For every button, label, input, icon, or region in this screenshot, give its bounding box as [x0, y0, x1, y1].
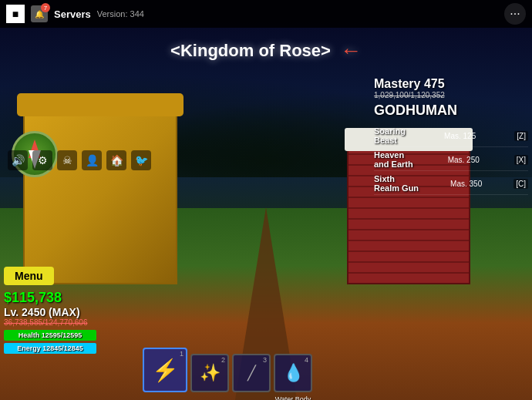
skill-name-2: Heavenand Earth — [374, 150, 413, 169]
skill-key-2: [X] — [514, 155, 528, 165]
health-text: Health 12595/12595 — [19, 331, 82, 339]
energy-bar: Energy 12845/12845 — [4, 343, 96, 354]
kingdom-label: <Kingdom of Rose> ← — [170, 39, 362, 63]
skill-key-1: [Z] — [514, 131, 528, 141]
item-icon-1: ⚡ — [152, 358, 179, 383]
skill-name-3: SixthRealm Gun — [374, 174, 419, 193]
health-bar-container: Health 12595/12595 Energy 12845/12845 — [4, 330, 96, 354]
menu-button[interactable]: Menu — [4, 267, 54, 285]
skill-mastery-2: Mas. 250 — [448, 156, 480, 164]
roblox-logo: ■ — [6, 5, 25, 23]
item-slot-3[interactable]: 3 ╱ — [232, 354, 271, 392]
item-slot-2[interactable]: 2 ✨ — [190, 354, 229, 392]
item-icon-2: ✨ — [200, 363, 221, 383]
notif-badge: 7 — [41, 3, 50, 12]
settings-icon[interactable]: ⚙ — [32, 150, 52, 170]
skill-mastery-3: Mas. 350 — [450, 180, 482, 188]
player-class: GODHUMAN — [374, 103, 528, 119]
notification-button[interactable]: 🔔 7 — [31, 5, 48, 22]
pirate-icon[interactable]: ☠ — [57, 150, 77, 170]
skill-row-3: SixthRealm Gun Mas. 350 [C] — [374, 173, 528, 195]
item-slots: 1 ⚡ 2 ✨ 3 ╱ 4 💧 Water Body — [143, 348, 312, 392]
right-panel: Mastery 475 1,029,100/1,120,352 GODHUMAN… — [374, 77, 528, 197]
slot-number-3: 3 — [263, 356, 267, 364]
energy-text: Energy 12845/12845 — [17, 345, 83, 352]
skill-row-1: SoaringBeast Mas. 125 [Z] — [374, 125, 528, 147]
money-display: $115,738 — [4, 290, 96, 306]
skill-mastery-1: Mas. 125 — [444, 132, 476, 140]
item-slot-1[interactable]: 1 ⚡ — [143, 348, 187, 392]
skill-key-3: [C] — [513, 179, 528, 189]
item-slot-4[interactable]: 4 💧 Water Body — [274, 354, 312, 392]
top-icons: 🔊 ⚙ ☠ 👤 🏠 🐦 — [8, 150, 151, 170]
arrow-icon: ← — [340, 39, 362, 63]
version-label: Version: 344 — [97, 9, 504, 18]
servers-label: Servers — [54, 8, 91, 20]
skill-name-1: SoaringBeast — [374, 126, 406, 145]
top-menu-button[interactable]: ··· — [504, 3, 526, 25]
top-bar: ■ 🔔 7 Servers Version: 344 ··· — [0, 0, 532, 28]
skill-row-2: Heavenand Earth Mas. 250 [X] — [374, 149, 528, 171]
mastery-title: Mastery 475 — [374, 77, 528, 91]
slot-number-1: 1 — [180, 350, 184, 358]
home-icon[interactable]: 🏠 — [106, 150, 126, 170]
item-icon-3: ╱ — [247, 365, 256, 382]
bottom-left-ui: Menu $115,738 Lv. 2450 (MAX) 36,738,585/… — [4, 267, 96, 354]
slot-number-4: 4 — [305, 356, 308, 364]
kingdom-text: <Kingdom of Rose> — [170, 41, 331, 61]
item-icon-4: 💧 — [283, 363, 304, 383]
person-icon[interactable]: 👤 — [82, 150, 102, 170]
slot-number-2: 2 — [221, 356, 225, 364]
health-bar: Health 12595/12595 — [4, 330, 96, 341]
volume-icon[interactable]: 🔊 — [8, 150, 28, 170]
sub-level: 36,738,585/124,770,606 — [4, 318, 96, 327]
item-label-4: Water Body — [275, 395, 311, 400]
mastery-sub: 1,029,100/1,120,352 — [374, 91, 528, 99]
level-display: Lv. 2450 (MAX) — [4, 306, 96, 318]
twitter-icon[interactable]: 🐦 — [131, 150, 151, 170]
